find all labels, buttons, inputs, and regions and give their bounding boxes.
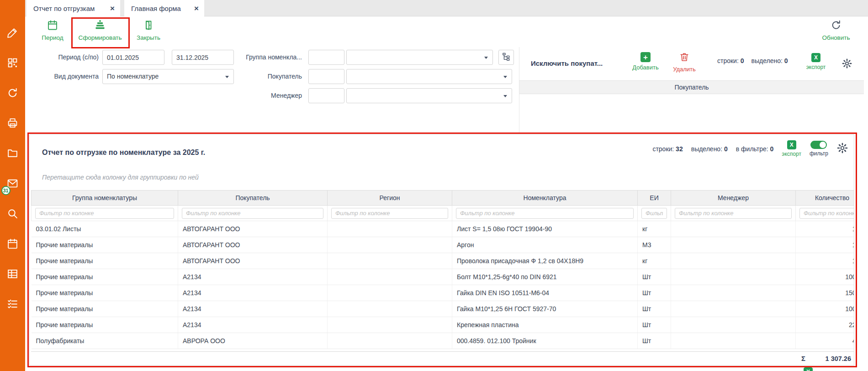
sidebar-tasks-button[interactable] (4, 296, 22, 314)
table-row[interactable]: Прочие материалыА2134Гайка DIN EN ISO 10… (32, 285, 855, 301)
table-row[interactable]: Прочие материалыА2134Болт М10*1,25-6g*40… (32, 269, 855, 285)
table-row[interactable]: ПолуфабрикатыАВРОРА ООО000.4859. 012.100… (32, 333, 855, 349)
buyer-select[interactable] (346, 69, 512, 84)
filter-toggle[interactable]: фильтр (810, 141, 828, 157)
excel-export-icon: X (787, 140, 796, 149)
close-tab-icon[interactable]: × (104, 5, 115, 12)
plus-icon: + (640, 52, 651, 62)
report-cell (671, 221, 796, 237)
sidebar-sync-button[interactable] (4, 85, 22, 103)
sidebar-calendar-button[interactable] (4, 235, 22, 254)
refresh-icon (831, 20, 842, 32)
table-row[interactable]: Прочие материалыАВТОГАРАНТ ОООАргонМ31.0… (32, 237, 855, 253)
doc-type-select[interactable]: По номенклатуре (102, 69, 234, 84)
rows-count-value: 0 (741, 57, 744, 64)
manager-label: Менеджер (217, 88, 302, 103)
tree-view-button[interactable] (498, 50, 514, 65)
sidebar-folder-button[interactable] (4, 145, 22, 163)
report-cell: Шт (638, 285, 671, 301)
table-row[interactable]: Прочие материалыА2134Гайка М10*1,25 6Н Г… (32, 301, 855, 317)
table-row[interactable]: Прочие материалыАВТОГАРАНТ ОООПроволока … (32, 253, 855, 269)
refresh-button-label: Обновить (822, 34, 850, 41)
tab-main-form[interactable]: Главная форма × (124, 0, 204, 16)
column-header[interactable]: Группа номенклатуры (32, 191, 178, 206)
refresh-button[interactable]: Обновить (813, 20, 859, 41)
exclude-column-header[interactable]: Покупатель (519, 80, 864, 94)
sidebar-edit-button[interactable] (4, 24, 22, 42)
report-cell: кг (638, 221, 671, 237)
selected-count: выделено: 0 (752, 57, 788, 64)
report-cell (671, 269, 796, 285)
column-header[interactable]: Регион (328, 191, 452, 206)
nomenclature-group-code-input[interactable] (308, 50, 344, 65)
sidebar-print-button[interactable] (4, 115, 22, 133)
chevron-down-icon (484, 57, 488, 59)
sidebar-qr-button[interactable] (4, 54, 22, 73)
report-cell: А2134 (178, 269, 328, 285)
report-cell: АВРОРА ООО (178, 333, 328, 349)
close-button[interactable]: Закрыть (126, 20, 171, 41)
report-cell (328, 237, 452, 253)
sidebar-search-button[interactable] (4, 205, 22, 223)
sidebar-table-button[interactable] (4, 265, 22, 284)
table-row[interactable]: Прочие материалыА2134Крепежная пластинаШ… (32, 317, 855, 333)
tab-label: Отчет по отгрузкам (33, 5, 95, 12)
report-cell: кг (638, 253, 671, 269)
buyer-code-input[interactable] (308, 69, 344, 84)
close-tab-icon[interactable]: × (188, 5, 199, 12)
sum-symbol: Σ (801, 355, 805, 362)
column-filter-input[interactable] (456, 208, 634, 219)
column-filter-input[interactable] (675, 208, 792, 219)
column-filter-input[interactable] (799, 208, 854, 219)
report-filters: Период (с/по) Группа номенкла... Вид док… (25, 47, 519, 132)
report-settings-gear-icon[interactable] (836, 142, 848, 156)
report-header-row: Группа номенклатуры Покупатель Регион Но… (32, 191, 855, 206)
report-title: Отчет по отгрузке по номенклатуре за 202… (42, 148, 205, 157)
report-cell (328, 253, 452, 269)
exclude-settings-gear-icon[interactable] (842, 58, 852, 71)
close-button-label: Закрыть (137, 34, 160, 41)
generate-button[interactable]: Сформировать (77, 20, 123, 41)
trash-icon (679, 52, 689, 64)
column-filter-input[interactable] (331, 208, 448, 219)
report-cell: Болт М10*1,25-6g*40 по DIN 6921 (452, 269, 638, 285)
report-cell: Гайка М10*1,25 6Н ГОСТ 5927-70 (452, 301, 638, 317)
column-filter-input[interactable] (641, 208, 667, 219)
report-cell: 100.00 (796, 269, 855, 285)
period-button[interactable]: Период (30, 20, 75, 41)
nomenclature-group-select[interactable] (346, 50, 493, 65)
report-cell: А2134 (178, 317, 328, 333)
column-header[interactable]: Номенклатура (452, 191, 638, 206)
manager-code-input[interactable] (308, 88, 344, 103)
excel-export-icon[interactable]: X (804, 367, 813, 371)
column-header[interactable]: ЕИ (638, 191, 671, 206)
exclude-panel-stats: строки: 0 выделено: 0 (717, 47, 788, 74)
manager-select[interactable] (346, 88, 512, 103)
delete-buyer-button[interactable]: Удалить (669, 52, 699, 73)
table-row[interactable]: 03.01.02 ЛистыАВТОГАРАНТ ОООЛист S= 1,5 … (32, 221, 855, 237)
sidebar-mail-button[interactable]: 31 (4, 175, 22, 193)
delete-button-label: Удалить (673, 66, 696, 73)
column-header[interactable]: Менеджер (671, 191, 796, 206)
sync-icon (7, 87, 18, 101)
selected-count-label: выделено: (691, 145, 722, 153)
column-filter-input[interactable] (35, 208, 174, 219)
report-toolbar: Период Сформировать Закрыть Обновить (25, 16, 868, 47)
tab-shipment-report[interactable]: Отчет по отгрузкам × (26, 0, 120, 16)
date-from-input[interactable] (102, 50, 164, 65)
report-cell: АВТОГАРАНТ ООО (178, 253, 328, 269)
column-header[interactable]: Количество (796, 191, 855, 206)
sum-value: 1 307.26 (826, 355, 851, 362)
filtered-count: в фильтре: 0 (736, 145, 774, 153)
excel-export-icon: X (811, 53, 820, 62)
report-cell: Прочие материалы (32, 253, 178, 269)
filtered-count-label: в фильтре: (736, 145, 768, 153)
column-filter-input[interactable] (182, 208, 323, 219)
column-header[interactable]: Покупатель (178, 191, 328, 206)
exclude-export-button[interactable]: X экспорт (803, 53, 829, 70)
exclude-buyers-panel: Исключить покупат... + Добавить Удалить … (519, 47, 868, 132)
report-export-button[interactable]: X экспорт (782, 140, 801, 157)
calendar-icon (47, 20, 58, 32)
report-cell: 1.00 (796, 221, 855, 237)
add-buyer-button[interactable]: + Добавить (628, 52, 663, 71)
